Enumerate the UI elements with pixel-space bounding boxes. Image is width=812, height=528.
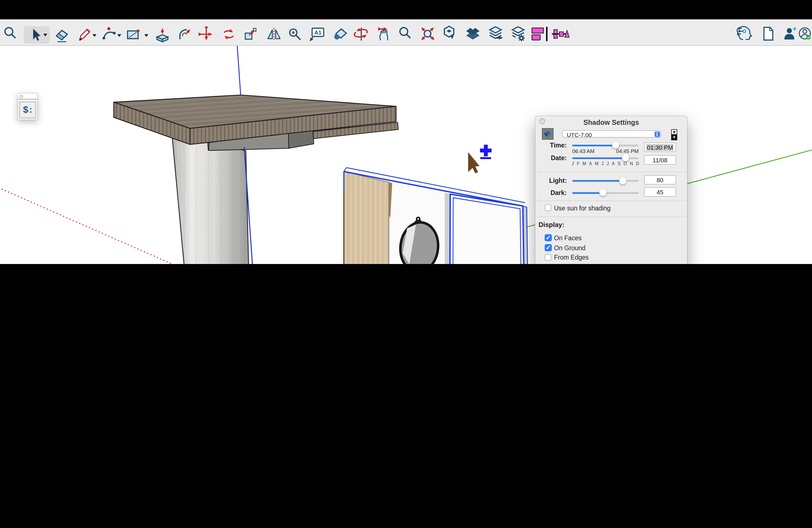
svg-text:A1: A1 — [314, 30, 321, 35]
